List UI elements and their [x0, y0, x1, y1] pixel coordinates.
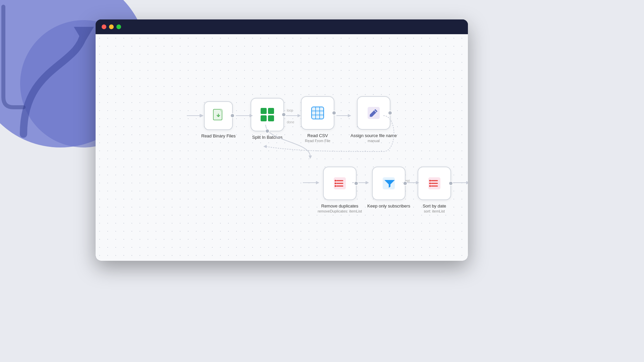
sublabel-read-csv: Read From File [305, 139, 330, 143]
port-remove-dup-right [354, 181, 359, 186]
list-red-sort-icon [427, 176, 442, 191]
port-split-right-loop [281, 112, 286, 117]
node-sort-date[interactable]: Sort by date sort: itemList [418, 167, 451, 213]
file-green-icon [211, 108, 226, 123]
pencil-purple-icon [366, 105, 381, 121]
svg-rect-24 [220, 109, 222, 111]
label-read-binary: Read Binary Files [201, 133, 236, 138]
node-read-csv[interactable]: Read CSV Read From File [301, 96, 334, 143]
svg-point-37 [335, 183, 336, 184]
port-split-bottom-done [265, 129, 270, 133]
bg-side-line-svg [0, 3, 27, 121]
svg-point-45 [429, 183, 431, 184]
node-card-read-binary[interactable] [204, 101, 233, 130]
svg-rect-25 [312, 107, 324, 119]
node-card-sort-date[interactable] [418, 167, 451, 200]
svg-marker-10 [309, 156, 312, 159]
svg-point-46 [429, 185, 431, 187]
close-button[interactable] [102, 24, 106, 29]
svg-marker-9 [263, 145, 267, 148]
node-card-assign-source[interactable] [357, 96, 390, 130]
label-keep-subscribers: Keep only subscribers [367, 203, 410, 208]
port-keep-right [403, 181, 408, 186]
done-label: done [287, 120, 294, 124]
port-sort-right [448, 181, 453, 186]
list-red-icon [332, 176, 347, 191]
browser-titlebar [96, 19, 468, 34]
label-assign-source: Assign source file name [351, 133, 397, 138]
label-read-csv: Read CSV [307, 133, 328, 138]
sublabel-assign-source: manual [368, 139, 380, 143]
node-card-read-csv[interactable] [301, 96, 334, 130]
browser-window: loop done Kept Read Binary Files [96, 19, 468, 261]
port-csv-right [332, 111, 336, 115]
node-remove-duplicates[interactable]: Remove duplicates removeDuplicates: item… [318, 167, 362, 213]
svg-point-44 [429, 180, 431, 182]
minimize-button[interactable] [109, 24, 114, 29]
sublabel-sort-date: sort: itemList [424, 209, 445, 213]
label-sort-date: Sort by date [423, 203, 446, 208]
funnel-blue-icon [381, 176, 396, 191]
grid-green-icon [261, 108, 274, 121]
svg-marker-0 [74, 27, 94, 44]
workflow-canvas[interactable]: loop done Kept Read Binary Files [96, 34, 468, 261]
node-keep-subscribers[interactable]: Keep only subscribers [367, 167, 410, 208]
node-card-split-batches[interactable] [251, 98, 284, 131]
node-card-keep-subscribers[interactable] [372, 167, 406, 200]
loop-label: loop [287, 109, 293, 112]
svg-point-38 [335, 185, 336, 187]
table-blue-icon [310, 105, 325, 121]
svg-marker-6 [298, 114, 301, 117]
port-assign-right [388, 111, 392, 115]
port-read-binary-right [230, 113, 235, 118]
node-read-binary[interactable]: Read Binary Files [201, 101, 236, 138]
node-assign-source[interactable]: Assign source file name manual [351, 96, 397, 143]
sublabel-remove-duplicates: removeDuplicates: itemList [318, 209, 362, 213]
label-remove-duplicates: Remove duplicates [321, 203, 359, 208]
node-split-batches[interactable]: Split In Batches [251, 98, 284, 140]
connector-lines [96, 34, 468, 261]
maximize-button[interactable] [116, 24, 121, 29]
label-split-batches: Split In Batches [252, 135, 282, 140]
svg-point-36 [335, 180, 336, 182]
node-card-remove-duplicates[interactable] [323, 167, 357, 200]
